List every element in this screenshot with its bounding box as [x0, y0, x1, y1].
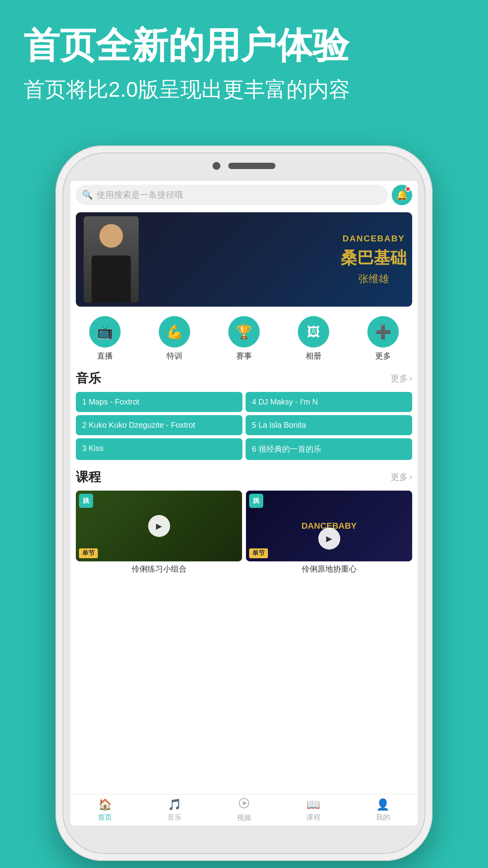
notification-dot — [405, 186, 411, 192]
phone-camera — [213, 162, 220, 170]
icon-item-competition[interactable]: 🏆 赛事 — [228, 316, 260, 361]
icon-item-live[interactable]: 📺 直播 — [89, 316, 121, 361]
music-item-5[interactable]: 5 La Isla Bonita — [246, 415, 412, 435]
nav-item-course[interactable]: 📖 课程 — [306, 798, 321, 822]
course-grid: 跳 ▶ 单节 跳 DANCEBABY ▶ 单节 — [76, 491, 412, 561]
home-nav-label: 首页 — [98, 813, 112, 822]
search-bar-area: 🔍 使用搜索是一条捷径哦 🔔 — [70, 181, 418, 209]
nav-item-video[interactable]: 视频 — [237, 798, 251, 822]
icon-item-more[interactable]: ➕ 更多 — [367, 316, 399, 361]
profile-nav-icon: 👤 — [376, 798, 390, 811]
phone-speaker — [228, 163, 275, 169]
music-more-button[interactable]: 更多 › — [391, 373, 412, 384]
course-name-2: 伶俐原地协重心 — [246, 564, 412, 574]
bottom-navigation: 🏠 首页 🎵 音乐 视频 📖 课程 � — [70, 794, 418, 826]
nav-item-music[interactable]: 🎵 音乐 — [167, 798, 182, 822]
training-icon-circle: 💪 — [159, 316, 190, 348]
search-icon: 🔍 — [82, 190, 93, 200]
course-names-row: 伶俐练习小组合 伶俐原地协重心 — [76, 564, 412, 574]
banner-brand: DANCEBABY — [341, 234, 407, 244]
album-icon-circle: 🖼 — [298, 316, 329, 348]
live-label: 直播 — [97, 351, 113, 361]
person-body — [92, 256, 131, 303]
music-item-4[interactable]: 4 DJ Maksy - I'm N — [246, 392, 412, 412]
phone-screen: 无 SIM 卡 📶 下午12:40 75% 🔍 使用搜索是一条捷径哦 🔔 — [70, 181, 418, 826]
course-logo-2: 跳 — [249, 494, 263, 508]
course-section: 课程 更多 › 跳 ▶ 单节 — [70, 463, 418, 577]
search-placeholder: 使用搜索是一条捷径哦 — [97, 189, 183, 201]
main-banner[interactable]: DANCEBABY 桑巴基础 张维雄 — [76, 212, 412, 307]
page-main-title: 首页全新的用户体验 — [24, 24, 464, 67]
home-nav-icon: 🏠 — [98, 798, 112, 811]
person-head — [99, 224, 123, 248]
course-name-1: 伶俐练习小组合 — [76, 564, 242, 574]
course-item-2[interactable]: 跳 DANCEBABY ▶ 单节 — [246, 491, 412, 561]
course-section-header: 课程 更多 › — [76, 469, 412, 486]
music-item-2[interactable]: 2 Kuko Kuko Dzeguzite - Foxtrot — [76, 415, 242, 435]
music-section-header: 音乐 更多 › — [76, 370, 412, 387]
top-text-area: 首页全新的用户体验 首页将比2.0版呈现出更丰富的内容 — [24, 24, 464, 105]
course-thumbnail-2: 跳 DANCEBABY ▶ 单节 — [246, 491, 412, 561]
video-nav-icon — [238, 798, 250, 811]
music-item-3[interactable]: 3 Kiss — [76, 438, 242, 460]
competition-label: 赛事 — [236, 351, 252, 361]
nav-item-home[interactable]: 🏠 首页 — [98, 798, 112, 822]
course-logo-1: 跳 — [79, 494, 93, 508]
banner-person-image — [84, 216, 139, 303]
course-badge-1: 单节 — [79, 548, 98, 558]
music-section-title: 音乐 — [76, 370, 101, 387]
music-section: 音乐 更多 › 1 Maps - Foxtrot 4 DJ Maksy - I'… — [70, 364, 418, 463]
video-nav-label: 视频 — [237, 813, 251, 822]
screen-content: 🔍 使用搜索是一条捷径哦 🔔 DANCEBABY 桑巴基础 张维雄 — [70, 181, 418, 794]
play-button-2[interactable]: ▶ — [318, 528, 340, 550]
feature-icon-grid: 📺 直播 💪 特训 🏆 赛事 🖼 相册 ➕ 更多 — [70, 310, 418, 364]
course-more-button[interactable]: 更多 › — [391, 471, 412, 483]
course-nav-icon: 📖 — [306, 798, 320, 811]
chevron-right-icon: › — [409, 373, 412, 384]
nav-item-profile[interactable]: 👤 我的 — [376, 798, 390, 822]
music-item-1[interactable]: 1 Maps - Foxtrot — [76, 392, 242, 412]
icon-item-training[interactable]: 💪 特训 — [159, 316, 190, 361]
music-grid: 1 Maps - Foxtrot 4 DJ Maksy - I'm N 2 Ku… — [76, 392, 412, 460]
svg-marker-1 — [243, 801, 247, 805]
music-item-6[interactable]: 6 很经典的一首的乐 — [246, 438, 412, 460]
more-label: 更多 — [375, 351, 391, 361]
phone-top-bar — [205, 162, 283, 170]
training-label: 特训 — [167, 351, 182, 361]
course-item-1[interactable]: 跳 ▶ 单节 — [76, 491, 242, 561]
course-thumbnail-1: 跳 ▶ 单节 — [76, 491, 242, 561]
more-icon-circle: ➕ — [367, 316, 399, 348]
course-badge-2: 单节 — [249, 548, 268, 558]
music-nav-icon: 🎵 — [168, 798, 182, 811]
search-input-box[interactable]: 🔍 使用搜索是一条捷径哦 — [76, 185, 388, 205]
course-chevron-right-icon: › — [409, 472, 412, 482]
banner-subtitle: 张维雄 — [341, 272, 407, 286]
live-icon-circle: 📺 — [89, 316, 121, 348]
music-nav-label: 音乐 — [167, 813, 182, 822]
profile-nav-label: 我的 — [376, 813, 390, 822]
icon-item-album[interactable]: 🖼 相册 — [298, 316, 329, 361]
banner-text: DANCEBABY 桑巴基础 张维雄 — [341, 234, 407, 286]
phone-mockup: 无 SIM 卡 📶 下午12:40 75% 🔍 使用搜索是一条捷径哦 🔔 — [55, 145, 433, 861]
course-nav-label: 课程 — [306, 813, 321, 822]
banner-main-title: 桑巴基础 — [341, 247, 407, 269]
course-section-title: 课程 — [76, 469, 101, 486]
play-button-1[interactable]: ▶ — [148, 515, 170, 537]
page-subtitle: 首页将比2.0版呈现出更丰富的内容 — [24, 75, 464, 105]
album-label: 相册 — [306, 351, 321, 361]
competition-icon-circle: 🏆 — [228, 316, 260, 348]
notification-button[interactable]: 🔔 — [392, 185, 412, 205]
